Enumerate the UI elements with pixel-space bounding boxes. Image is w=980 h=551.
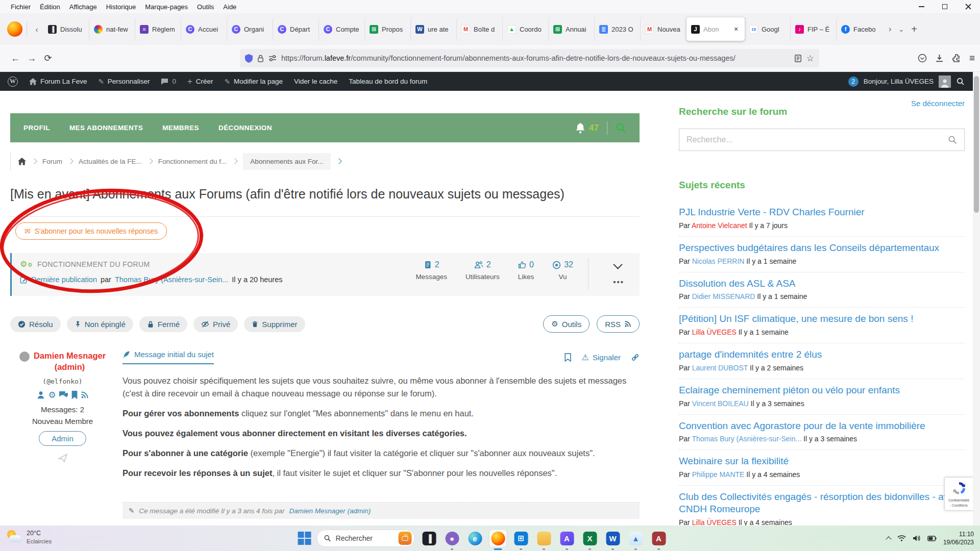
browser-tab[interactable]: M Nouvea × <box>641 17 687 41</box>
close-button[interactable] <box>957 0 980 13</box>
author-name[interactable]: Damien Mesnager (admin) <box>34 350 106 373</box>
last-publication-link[interactable]: Dernière publication <box>31 276 97 284</box>
taskbar-search[interactable]: Rechercher <box>317 530 415 547</box>
permalink-icon[interactable] <box>631 353 640 362</box>
recaptcha-badge[interactable]: Confidentialité - Conditions <box>944 477 973 511</box>
new-content-button[interactable]: + Créer <box>182 72 219 91</box>
modified-author-link[interactable]: Damien Mesnager (admin) <box>289 507 371 515</box>
breadcrumb-item[interactable]: Forum <box>42 158 62 165</box>
menu-item[interactable]: Aide <box>218 2 241 12</box>
forum-search-icon[interactable] <box>616 122 626 133</box>
settings-gear-icon[interactable]: ⚙ <box>48 390 56 400</box>
wifi-icon[interactable] <box>897 535 906 542</box>
author-avatar[interactable] <box>19 352 30 362</box>
topic-author-link[interactable]: Philippe MANTE <box>692 470 745 479</box>
topic-author-link[interactable]: Laurent DUBOST <box>692 364 748 372</box>
taskbar-clock[interactable]: 11:10 19/06/2023 <box>943 530 974 546</box>
bookmark-star-icon[interactable]: ☆ <box>806 53 814 64</box>
home-icon[interactable] <box>18 158 26 165</box>
taskbar-app-icon[interactable]: e <box>467 530 484 547</box>
page-scrollbar[interactable] <box>973 72 980 525</box>
avatar[interactable] <box>939 76 951 88</box>
taskbar-app-icon[interactable]: ▐ <box>421 530 438 547</box>
rss-icon[interactable] <box>81 391 89 399</box>
topic-author-link[interactable]: Vincent BOILEAU <box>692 399 749 408</box>
profile-icon[interactable] <box>36 390 45 399</box>
taskbar-app-icon[interactable]: X <box>581 530 599 547</box>
tab-close-icon[interactable]: × <box>732 25 740 33</box>
reload-button[interactable]: ⟳ <box>40 50 56 66</box>
permissions-icon[interactable] <box>268 55 277 62</box>
browser-tab[interactable]: ▐ Dissolu × <box>43 17 89 41</box>
taskbar-app-icon[interactable]: A <box>558 530 576 547</box>
topic-link[interactable]: Webinaire sur la flexibilité <box>679 455 965 467</box>
chat-icon[interactable] <box>59 391 68 399</box>
topic-link[interactable]: PJL Industrie Verte - RDV Charles Fourni… <box>679 206 965 218</box>
forum-nav-item[interactable]: PROFIL <box>23 124 50 132</box>
subscribe-button[interactable]: ✉ S'abonner pour les nouvelles réponses <box>15 222 167 240</box>
site-name-button[interactable]: Forum La Feve <box>23 72 93 91</box>
taskbar-app-icon[interactable]: ▲ <box>627 530 645 547</box>
tracking-shield-icon[interactable] <box>245 54 253 63</box>
downloads-icon[interactable] <box>935 54 944 63</box>
taskbar-app-icon[interactable] <box>489 530 507 547</box>
topic-link[interactable]: [Pétition] Un ISF climatique, une mesure… <box>679 313 965 325</box>
menu-item[interactable]: Historique <box>102 2 141 12</box>
forum-nav-item[interactable]: DÉCONNEXION <box>218 124 272 132</box>
more-options-button[interactable]: ••• <box>613 278 624 286</box>
browser-tab[interactable]: 19 Googl × <box>745 17 791 41</box>
taskbar-app-icon[interactable]: W <box>604 530 622 547</box>
breadcrumb-item[interactable]: Fonctionnement du f... <box>158 158 227 165</box>
menu-item[interactable]: Affichage <box>65 2 102 12</box>
browser-tab[interactable]: ≡ Règlem × <box>135 17 181 41</box>
menu-hamburger-icon[interactable]: ≡ <box>969 53 975 64</box>
forum-nav-item[interactable]: MES ABONNEMENTS <box>69 124 143 132</box>
browser-tab[interactable]: C Organi × <box>227 17 273 41</box>
tools-button[interactable]: ⚙ Outils <box>543 315 590 333</box>
start-button[interactable] <box>298 532 311 545</box>
topic-author-link[interactable]: Lilla ÜVEGES <box>692 328 737 336</box>
url-bar[interactable]: https://forum.lafeve.fr/community/foncti… <box>240 49 819 67</box>
maximize-button[interactable] <box>933 0 957 13</box>
scroll-tabs-right-button[interactable]: › <box>889 24 891 34</box>
browser-tab[interactable]: W ure ate × <box>411 17 457 41</box>
rss-button[interactable]: RSS <box>597 315 640 333</box>
search-highlight-icon[interactable] <box>399 532 412 545</box>
pocket-icon[interactable] <box>918 54 927 63</box>
forum-category-label[interactable]: FONCTIONNEMENT DU FORUM <box>37 260 150 268</box>
taskbar-app-icon[interactable] <box>535 530 553 547</box>
tray-expand-icon[interactable] <box>886 536 891 542</box>
customize-button[interactable]: ✎ Personnaliser <box>93 72 156 91</box>
save-bookmark-icon[interactable] <box>564 353 572 362</box>
last-author-link[interactable]: Thomas Bury (Asnières-sur-Sein... <box>115 276 228 284</box>
delete-button[interactable]: Supprimer <box>244 316 305 332</box>
taskbar-app-icon[interactable]: ● <box>444 530 461 547</box>
forum-dashboard-button[interactable]: Tableau de bord du forum <box>343 72 433 91</box>
unpin-button[interactable]: Non épinglé <box>67 316 133 332</box>
browser-tab[interactable]: ⊞ Propos × <box>365 17 411 41</box>
browser-tab[interactable]: C Compte × <box>319 17 365 41</box>
topic-author-link[interactable]: Lilla ÜVEGES <box>692 518 737 526</box>
topic-link[interactable]: Eclairage cheminement piéton ou vélo pou… <box>679 384 965 396</box>
menu-item[interactable]: Outils <box>192 2 218 12</box>
browser-tab[interactable]: ≣ 2023 O × <box>595 17 641 41</box>
scrollbar-thumb[interactable] <box>974 76 979 213</box>
url-text[interactable]: https://forum.lafeve.fr/community/foncti… <box>281 54 790 62</box>
browser-tab[interactable]: ⊞ Annuai × <box>549 17 595 41</box>
browser-tab[interactable]: M Boîte d × <box>457 17 503 41</box>
wp-logo-button[interactable]: W <box>2 72 23 91</box>
lock-icon[interactable] <box>257 55 264 62</box>
resolved-button[interactable]: Résolu <box>10 316 61 332</box>
browser-tab[interactable]: C Accuei × <box>181 17 227 41</box>
greeting-label[interactable]: Bonjour, Lilla ÜVEGES <box>864 78 934 85</box>
report-button[interactable]: ⚠ Signaler <box>582 353 621 362</box>
new-tab-button[interactable]: + <box>911 23 917 35</box>
browser-tab[interactable]: J Abon × <box>687 17 745 41</box>
browser-tab[interactable]: ▲ Coordo × <box>503 17 549 41</box>
list-all-tabs-button[interactable]: ⌄ <box>898 26 904 33</box>
menu-item[interactable]: Édition <box>35 2 65 12</box>
comments-button[interactable]: 0 <box>155 72 182 91</box>
bookmark-icon[interactable] <box>71 391 78 399</box>
notifications-bell-button[interactable]: 47 <box>575 122 599 134</box>
initial-message-tab[interactable]: Message initial du sujet <box>122 350 214 364</box>
